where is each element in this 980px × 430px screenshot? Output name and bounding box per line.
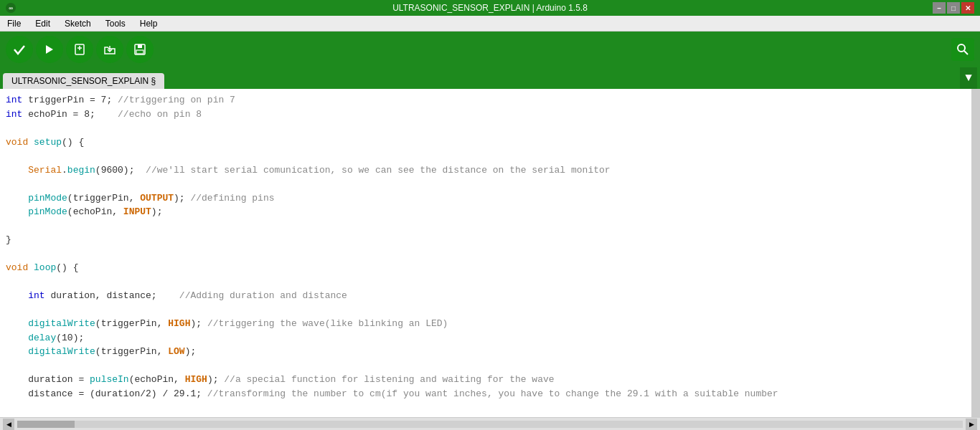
save-button[interactable] [126, 36, 154, 63]
upload-button[interactable] [36, 36, 63, 63]
window-title: ULTRASONIC_SENSOR_EXPLAIN | Arduino 1.5.… [0, 3, 980, 13]
menu-sketch[interactable]: Sketch [60, 17, 95, 30]
svg-line-9 [964, 51, 968, 54]
svg-point-8 [958, 44, 965, 52]
keyword-void-setup: void [6, 137, 28, 148]
app-logo: ∞ [6, 3, 16, 13]
menu-edit[interactable]: Edit [31, 17, 55, 30]
svg-marker-0 [46, 45, 53, 54]
editor-tab[interactable]: ULTRASONIC_SENSOR_EXPLAIN § [3, 73, 164, 89]
title-bar: ∞ ULTRASONIC_SENSOR_EXPLAIN | Arduino 1.… [0, 0, 980, 16]
window-controls: – □ ✕ [933, 2, 974, 14]
tab-label: ULTRASONIC_SENSOR_EXPLAIN § [11, 76, 156, 86]
minimize-button[interactable]: – [933, 2, 946, 14]
close-button[interactable]: ✕ [961, 2, 974, 14]
tab-bar: ULTRASONIC_SENSOR_EXPLAIN § ▼ [0, 67, 980, 89]
keyword-void-loop: void [6, 262, 28, 273]
tab-dropdown[interactable]: ▼ [960, 67, 977, 89]
menu-tools[interactable]: Tools [101, 17, 130, 30]
menu-bar: File Edit Sketch Tools Help [0, 16, 980, 32]
scroll-right-button[interactable]: ▶ [966, 419, 977, 430]
horizontal-scrollbar[interactable] [17, 421, 963, 428]
search-button[interactable] [951, 38, 974, 61]
menu-help[interactable]: Help [136, 17, 162, 30]
verify-button[interactable] [6, 36, 33, 63]
status-bar: ◀ ▶ [0, 417, 980, 430]
menu-file[interactable]: File [3, 17, 25, 30]
code-editor[interactable]: int triggerPin = 7; //triggering on pin … [0, 89, 980, 417]
svg-rect-7 [136, 50, 143, 54]
svg-rect-6 [138, 44, 142, 48]
keyword-int-2: int [6, 109, 22, 120]
horizontal-scroll-thumb [17, 421, 75, 428]
open-button[interactable] [96, 36, 123, 63]
toolbar [0, 32, 980, 67]
code-content[interactable]: int triggerPin = 7; //triggering on pin … [0, 92, 971, 417]
scroll-left-button[interactable]: ◀ [3, 419, 14, 430]
new-button[interactable] [66, 36, 93, 63]
maximize-button[interactable]: □ [947, 2, 960, 14]
keyword-int-1: int [6, 95, 22, 105]
